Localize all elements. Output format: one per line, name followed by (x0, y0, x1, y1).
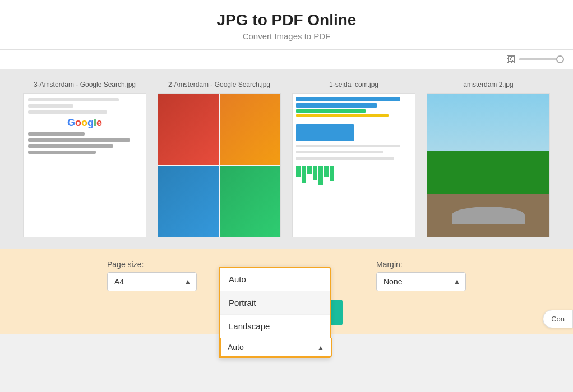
dropdown-option-portrait[interactable]: Portrait (220, 291, 330, 315)
road (427, 194, 549, 237)
images-area: 3-Amsterdam - Google Search.jpg Google 2… (0, 69, 573, 249)
margin-label: Margin: (376, 260, 403, 269)
thumb-quadrant (220, 94, 280, 165)
thumb-content-4 (427, 94, 549, 237)
thumb-quadrant (220, 166, 280, 237)
page-size-select-wrapper[interactable]: A4 Letter Legal ▲ (107, 272, 197, 291)
page-header: JPG to PDF Online Convert Images to PDF (0, 0, 573, 50)
bar-chart (296, 166, 412, 185)
dropdown-active-select[interactable]: Auto Portrait Landscape ▲ (220, 338, 330, 357)
thumb-3 (292, 93, 415, 237)
page-size-select[interactable]: A4 Letter Legal (107, 272, 197, 291)
contact-button[interactable]: Con (543, 310, 573, 328)
thumb-1: Google (23, 93, 146, 237)
dropdown-option-auto[interactable]: Auto (220, 268, 330, 291)
thumb-quadrant (158, 94, 219, 165)
image-card-4: amsterdam 2.jpg (427, 81, 550, 237)
line (28, 110, 107, 114)
line (28, 151, 96, 154)
margin-select-wrapper[interactable]: None Small Large ▲ (376, 272, 466, 291)
line (28, 98, 119, 101)
image-card-3: 1-sejda_com.jpg (292, 81, 415, 237)
orientation-dropdown-popup: Auto Portrait Landscape Auto Portrait La… (219, 267, 331, 358)
google-logo: Google (28, 117, 141, 129)
line (296, 157, 394, 160)
zoom-thumb[interactable] (556, 55, 564, 63)
filename-2: 2-Amsterdam - Google Search.jpg (158, 81, 281, 88)
page-title: JPG to PDF Online (0, 11, 573, 29)
bar (296, 114, 389, 117)
toolbar: 🖼 (0, 50, 573, 69)
bar (296, 124, 354, 141)
thumb-2 (158, 93, 281, 237)
image-card-1: 3-Amsterdam - Google Search.jpg Google (23, 81, 146, 237)
margin-select[interactable]: None Small Large (376, 272, 466, 291)
line (28, 138, 130, 142)
page-subtitle: Convert Images to PDF (0, 31, 573, 41)
filename-3: 1-sejda_com.jpg (292, 81, 415, 88)
image-card-2: 2-Amsterdam - Google Search.jpg (158, 81, 281, 237)
line (28, 104, 73, 108)
thumb-content-1: Google (24, 94, 146, 237)
page-size-group: Page size: A4 Letter Legal ▲ (107, 260, 197, 291)
dropdown-option-landscape[interactable]: Landscape (220, 315, 330, 338)
image-icon: 🖼 (507, 54, 516, 64)
orientation-select-active[interactable]: Auto Portrait Landscape (220, 338, 332, 357)
zoom-slider[interactable] (519, 58, 564, 60)
filename-1: 3-Amsterdam - Google Search.jpg (23, 81, 146, 88)
thumb-content-2 (158, 94, 280, 237)
bar (296, 109, 366, 113)
grass (427, 151, 549, 194)
thumb-quadrant (158, 166, 219, 237)
zoom-track (519, 58, 546, 60)
line (296, 145, 400, 147)
sky (427, 94, 549, 151)
page-size-label: Page size: (107, 260, 144, 269)
bar (296, 97, 400, 101)
margin-group: Margin: None Small Large ▲ (376, 260, 466, 291)
line (28, 132, 85, 136)
zoom-control[interactable]: 🖼 (507, 54, 564, 64)
line (296, 151, 383, 153)
arch (452, 207, 525, 224)
filename-4: amsterdam 2.jpg (427, 81, 550, 88)
line (28, 144, 113, 148)
thumb-4 (427, 93, 550, 237)
thumb-content-3 (293, 94, 415, 237)
bar (296, 103, 377, 108)
